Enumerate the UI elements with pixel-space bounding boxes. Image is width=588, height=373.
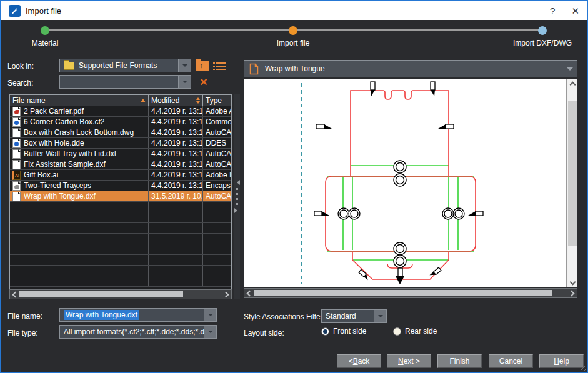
file-icon-cf2: [12, 117, 21, 127]
preview-hscrollbar[interactable]: [244, 288, 577, 298]
rear-side-radio[interactable]: Rear side: [393, 327, 437, 336]
search-dropdown-arrow-icon[interactable]: [178, 76, 191, 88]
wizard-step-material-dot: [41, 26, 49, 35]
collapse-left-icon[interactable]: [234, 180, 240, 185]
panel-splitter[interactable]: [234, 94, 240, 299]
next-button[interactable]: Next >: [387, 354, 431, 368]
finish-button[interactable]: Finish: [437, 354, 482, 368]
style-filter-label: Style Associations Filter: [244, 312, 323, 321]
preview-title: Wrap with Tongue: [265, 64, 325, 73]
file-name-cell: Buffer Wall Tray with Lid.dxf: [10, 149, 149, 159]
file-type-cell: Common: [203, 117, 231, 127]
collapse-right-icon[interactable]: [234, 208, 240, 213]
table-row[interactable]: Buffer Wall Tray with Lid.dxf4.4.2019 г.…: [10, 149, 231, 159]
empty-row: [10, 212, 231, 223]
hscroll-thumb[interactable]: [19, 291, 183, 297]
front-side-radio[interactable]: Front side: [321, 327, 366, 336]
folder-up-button[interactable]: [194, 59, 211, 72]
file-modified-cell: 4.4.2019 г. 13:17: [149, 159, 203, 169]
clear-search-button[interactable]: ✕: [196, 75, 211, 89]
wizard-step-material-label: Material: [32, 39, 59, 47]
table-row[interactable]: Box with Crash Lock Bottom.dwg4.4.2019 г…: [10, 127, 231, 138]
preview-style-combo[interactable]: Wrap with Tongue: [244, 60, 577, 77]
file-icon-dde: [12, 139, 21, 148]
table-row[interactable]: Gift Box.ai4.4.2019 г. 13:17Adobe Ill: [10, 170, 231, 181]
hscroll-thumb[interactable]: [254, 290, 552, 296]
table-row[interactable]: 6 Corner Carton Box.cf24.4.2019 г. 13:17…: [10, 117, 231, 127]
file-list-table: File name Modified Type 2 Pack Carrier.p…: [9, 94, 232, 289]
list-view-button[interactable]: [214, 61, 229, 71]
file-name-cell: Box with Crash Lock Bottom.dwg: [10, 127, 149, 137]
empty-row: [10, 234, 231, 244]
table-row[interactable]: 2 Pack Carrier.pdf4.4.2019 г. 13:17Adobe…: [10, 106, 231, 117]
empty-row: [10, 255, 231, 266]
scroll-right-icon[interactable]: [567, 289, 577, 297]
front-side-label: Front side: [333, 327, 366, 336]
look-in-value: Supported File Formats: [79, 61, 157, 70]
file-modified-cell: 4.4.2019 г. 13:17: [149, 106, 203, 116]
table-row[interactable]: Two-Tiered Tray.eps4.4.2019 г. 13:17Enca…: [10, 181, 231, 191]
scroll-right-icon[interactable]: [222, 290, 231, 299]
back-button[interactable]: < Back: [337, 354, 381, 368]
search-input[interactable]: [59, 75, 191, 89]
file-type-cell: AutoCAD: [203, 159, 231, 169]
close-icon[interactable]: ✕: [571, 6, 579, 16]
file-icon-doc: [12, 192, 21, 201]
file-icon-doc: [12, 149, 21, 159]
style-filter-combo[interactable]: Standard: [321, 309, 387, 323]
help-button[interactable]: Help: [539, 354, 584, 368]
column-header-file-name[interactable]: File name: [10, 95, 149, 106]
vscroll-thumb[interactable]: [568, 101, 577, 246]
preview-vscrollbar[interactable]: [567, 79, 577, 287]
title-bar: Import file ? ✕: [1, 1, 587, 20]
scroll-left-icon[interactable]: [244, 289, 254, 297]
search-label: Search:: [7, 79, 33, 87]
wizard-step-import-file-label: Import file: [277, 39, 310, 47]
scroll-left-icon[interactable]: [10, 290, 19, 299]
file-type-cell: Adobe A: [203, 106, 231, 116]
look-in-dropdown-arrow-icon[interactable]: [178, 59, 191, 72]
table-row[interactable]: Wrap with Tongue.dxf31.5.2019 г. 10...Au…: [10, 191, 231, 202]
scroll-up-icon[interactable]: [567, 79, 577, 88]
file-icon-doc: [12, 128, 21, 137]
look-in-combo[interactable]: Supported File Formats: [59, 59, 191, 72]
file-name-cell: Fix Assistant Sample.dxf: [10, 159, 149, 169]
file-type-combo[interactable]: All import formats(*.cf2;*.cff;*.dde;*.d…: [59, 325, 217, 339]
file-type-value: All import formats(*.cf2;*.cff;*.dde;*.d…: [64, 327, 217, 336]
radio-circle-icon: [393, 327, 401, 336]
radio-circle-icon: [321, 327, 329, 336]
column-header-modified[interactable]: Modified: [149, 95, 203, 106]
cancel-button[interactable]: Cancel: [489, 354, 533, 368]
empty-row: [10, 223, 231, 234]
file-type-cell: AutoCAD: [203, 127, 231, 137]
file-icon-eps: [12, 181, 21, 191]
wizard-step-import-dxf-label: Import DXF/DWG: [513, 39, 572, 47]
list-view-icon: [216, 62, 226, 71]
file-modified-cell: 4.4.2019 г. 13:17: [149, 127, 203, 137]
empty-row: [10, 276, 231, 287]
wizard-step-import-file-dot: [289, 26, 297, 35]
scroll-down-icon[interactable]: [567, 278, 577, 287]
empty-row: [10, 202, 231, 212]
x-mark-icon: ✕: [199, 76, 207, 88]
app-icon: [9, 5, 21, 17]
column-header-type[interactable]: Type: [203, 95, 231, 106]
file-name-combo[interactable]: Wrap with Tongue.dxf: [59, 308, 217, 322]
empty-row: [10, 244, 231, 255]
document-icon: [249, 63, 259, 75]
file-name-dropdown-arrow-icon[interactable]: [204, 309, 216, 321]
import-file-dialog: Import file ? ✕ Material Import file Imp…: [0, 0, 588, 373]
preview-canvas: [244, 79, 567, 287]
table-row[interactable]: Box with Hole.dde4.4.2019 г. 13:17DDES: [10, 138, 231, 149]
style-filter-dropdown-arrow-icon[interactable]: [374, 310, 386, 322]
file-modified-cell: 4.4.2019 г. 13:17: [149, 170, 203, 180]
folder-icon: [64, 62, 74, 70]
style-filter-value: Standard: [326, 312, 356, 321]
preview-dropdown-arrow-icon[interactable]: [564, 63, 576, 74]
table-row[interactable]: Fix Assistant Sample.dxf4.4.2019 г. 13:1…: [10, 159, 231, 170]
help-icon[interactable]: ?: [550, 6, 555, 16]
file-type-label: File type:: [7, 329, 38, 337]
file-type-dropdown-arrow-icon[interactable]: [204, 326, 216, 338]
file-list-hscrollbar[interactable]: [9, 289, 232, 299]
page-title: Import file: [26, 6, 61, 16]
